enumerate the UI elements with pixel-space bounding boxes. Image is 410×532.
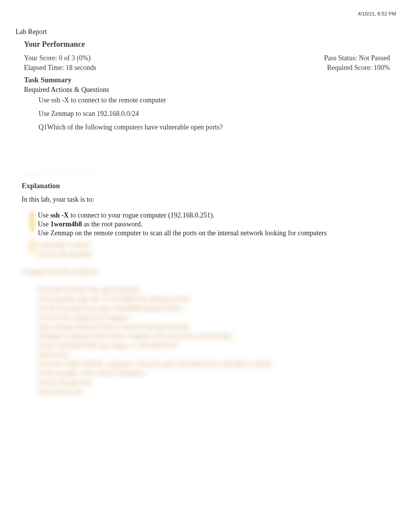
blurred-line: At the prompt, type ssh -X 192.168.0.251…: [38, 295, 384, 303]
text-fragment: Use: [38, 220, 51, 228]
explanation-intro: In this lab, your task is to:: [22, 195, 384, 204]
blurred-line: In the top right, select Answer Question…: [38, 369, 384, 377]
text-bold: ssh -X: [51, 211, 69, 219]
blurred-line: Type zenmap and press Enter to launch Ze…: [38, 323, 384, 331]
explanation-bullet: Use ssh -X to connect to your rogue comp…: [38, 211, 384, 219]
explanation-section: Explanation In this lab, your task is to…: [22, 174, 384, 396]
blurred-line: From the Favorites bar, open Terminal.: [38, 286, 384, 294]
explanation-heading: Explanation: [22, 182, 384, 190]
action-item: Use ssh -X to connect to the remote comp…: [39, 96, 390, 104]
blurred-line: In the Command field, type nmap -p- 192.…: [38, 342, 384, 349]
score-label: Your Score: 0 of 3 (0%): [24, 54, 91, 62]
explanation-bullet: Use 1worm4b8 as the root password.: [38, 220, 384, 228]
action-item: Use Zenmap to scan 192.168.0.0/24: [39, 110, 390, 118]
print-timestamp: 4/10/21, 6:52 PM: [358, 11, 396, 17]
blurred-line: Complete this lab as follows:: [22, 268, 384, 276]
explanation-bullets: Use ssh -X to connect to your rogue comp…: [38, 211, 384, 237]
elapsed-time-label: Elapsed Time: 18 seconds: [24, 64, 97, 72]
action-list: Use ssh -X to connect to the remote comp…: [39, 96, 390, 131]
required-score-label: Required Score: 100%: [327, 64, 390, 72]
required-actions-subheading: Required Actions & Questions: [24, 86, 390, 94]
bullet-marker-icon: [29, 240, 35, 253]
blurred-line: vulnerable to attack: [38, 241, 384, 249]
doc-title: Lab Report: [15, 28, 390, 36]
blurred-line: Zenmap is running on the remote computer…: [38, 332, 384, 340]
page-content: Lab Report Your Performance Your Score: …: [0, 0, 410, 396]
action-item: Q1Which of the following computers have …: [39, 123, 390, 131]
blurred-line: For the root password, type 1worm4b8 and…: [38, 304, 384, 312]
text-bold: 1worm4b8: [51, 220, 82, 228]
bullet-marker-icon: [29, 211, 35, 232]
blurred-content: vulnerable to attack Answer the question…: [22, 240, 384, 396]
performance-grid: Your Score: 0 of 3 (0%) Pass Status: Not…: [24, 54, 390, 72]
text-fragment: Use: [38, 211, 51, 219]
blurred-line: Select Score Lab.: [38, 388, 384, 396]
text-fragment: as the root password.: [82, 220, 142, 228]
blurred-line: Answer the question.: [38, 379, 384, 386]
task-summary-heading: Task Summary: [24, 76, 390, 84]
blurred-line: From the results, find the computers wit…: [38, 360, 384, 368]
text-fragment: to connect to your rogue computer (192.1…: [69, 211, 214, 219]
explanation-bullet: Use Zenmap on the remote computer to sca…: [38, 229, 384, 237]
blurred-line: You are now connected to Support.: [38, 314, 384, 321]
blurred-line: Answer the question: [38, 250, 384, 258]
pass-status-label: Pass Status: Not Passed: [324, 54, 390, 62]
blurred-line: Select Scan.: [38, 351, 384, 359]
performance-heading: Your Performance: [24, 40, 390, 49]
